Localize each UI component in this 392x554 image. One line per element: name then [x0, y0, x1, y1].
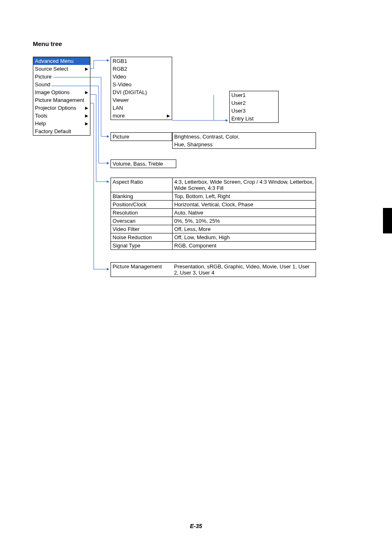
- menu-item-source-select[interactable]: Source Select ▶: [33, 65, 90, 73]
- menu-label: Source Select: [35, 66, 68, 72]
- source-item-lan[interactable]: LAN: [111, 104, 172, 112]
- source-item-dvi[interactable]: DVI (DIGITAL): [111, 88, 172, 96]
- option-values: Auto, Native: [173, 209, 316, 217]
- menu-item-image-options[interactable]: Image Options ▶: [33, 88, 90, 96]
- more-item-entry-list[interactable]: Entry List: [230, 115, 278, 122]
- option-name: Overscan: [111, 217, 173, 225]
- option-name: Aspect Ratio: [111, 178, 173, 192]
- picture-detail-line: Brightness, Contrast, Color,: [173, 133, 316, 141]
- option-values: Off, Less, More: [173, 225, 316, 233]
- menu-item-factory-default[interactable]: Factory Default: [33, 127, 90, 135]
- table-row: Position/Clock Horizontal, Vertical, Clo…: [111, 201, 316, 209]
- source-item-viewer[interactable]: Viewer: [111, 96, 172, 104]
- chevron-right-icon: ▶: [85, 67, 88, 71]
- item-label: S-Video: [113, 81, 131, 88]
- sound-box: Volume, Bass, Treble: [111, 159, 176, 168]
- picture-detail: Brightness, Contrast, Color, Hue, Sharpn…: [172, 132, 316, 149]
- menu-label: Image Options: [35, 89, 70, 95]
- menu-label: Picture Management: [35, 97, 84, 103]
- table-row: Video Filter Off, Less, More: [111, 225, 316, 233]
- picture-box: Picture: [111, 132, 172, 141]
- menu-label: Tools: [35, 113, 47, 119]
- more-list: User1 User2 User3 Entry List: [229, 91, 279, 123]
- menu-label: Picture: [35, 74, 51, 80]
- table-row: Resolution Auto, Native: [111, 209, 316, 217]
- menu-label: Sound: [35, 81, 51, 88]
- menu-item-picture-management[interactable]: Picture Management: [33, 96, 90, 104]
- table-row: Picture Management Presentation, sRGB, G…: [111, 263, 316, 277]
- option-values: 0%, 5%, 10%, 25%: [173, 217, 316, 225]
- chevron-right-icon: ▶: [167, 113, 170, 118]
- picture-detail-line: Hue, Sharpness: [173, 141, 316, 148]
- option-values: Off, Low, Medium, High: [173, 233, 316, 242]
- menu-item-projector-options[interactable]: Projector Options ▶: [33, 104, 90, 112]
- more-item-user3[interactable]: User3: [230, 107, 278, 115]
- item-label: DVI (DIGITAL): [113, 89, 147, 95]
- page-title: Menu tree: [33, 40, 62, 47]
- option-values: Horizontal, Vertical, Clock, Phase: [173, 201, 316, 209]
- table-row: Overscan 0%, 5%, 10%, 25%: [111, 217, 316, 225]
- chevron-right-icon: ▶: [85, 106, 88, 110]
- table-row: Noise Reduction Off, Low, Medium, High: [111, 233, 316, 242]
- table-row: Blanking Top, Bottom, Left, Right: [111, 192, 316, 201]
- menu-item-tools[interactable]: Tools ▶: [33, 112, 90, 120]
- menu-label: Projector Options: [35, 105, 76, 111]
- image-options-table: Aspect Ratio 4:3, Letterbox, Wide Screen…: [111, 178, 316, 250]
- item-label: Video: [113, 74, 126, 80]
- chevron-right-icon: ▶: [85, 113, 88, 118]
- source-item-video[interactable]: Video: [111, 73, 172, 81]
- advanced-menu-header: Advanced Menu: [33, 57, 90, 65]
- menu-item-picture[interactable]: Picture: [33, 73, 90, 81]
- advanced-menu: Advanced Menu Source Select ▶ Picture So…: [33, 57, 90, 136]
- table-row: Signal Type RGB, Component: [111, 242, 316, 250]
- option-name: Position/Clock: [111, 201, 173, 209]
- option-name: Noise Reduction: [111, 233, 173, 242]
- pm-values: Presentation, sRGB, Graphic, Video, Movi…: [173, 263, 316, 277]
- page-side-tab: [383, 208, 392, 233]
- menu-item-help[interactable]: Help ▶: [33, 120, 90, 127]
- item-label: more: [113, 113, 125, 119]
- menu-label: Factory Default: [35, 128, 71, 134]
- more-item-user2[interactable]: User2: [230, 99, 278, 107]
- menu-item-sound[interactable]: Sound: [33, 81, 90, 88]
- source-item-rgb2[interactable]: RGB2: [111, 65, 172, 73]
- menu-label: Help: [35, 120, 46, 127]
- more-item-user1[interactable]: User1: [230, 91, 278, 99]
- page-footer: E-35: [0, 523, 392, 529]
- source-item-more[interactable]: more ▶: [111, 112, 172, 120]
- option-values: Top, Bottom, Left, Right: [173, 192, 316, 201]
- source-item-svideo[interactable]: S-Video: [111, 81, 172, 88]
- item-label: Viewer: [113, 97, 129, 103]
- source-item-rgb1[interactable]: RGB1: [111, 57, 172, 65]
- option-values: 4:3, Letterbox, Wide Screen, Crop / 4:3 …: [173, 178, 316, 192]
- item-label: RGB1: [113, 58, 127, 64]
- chevron-right-icon: ▶: [85, 90, 88, 95]
- picture-management-box: Picture Management Presentation, sRGB, G…: [111, 262, 316, 277]
- pm-name: Picture Management: [111, 263, 173, 277]
- option-values: RGB, Component: [173, 242, 316, 250]
- option-name: Blanking: [111, 192, 173, 201]
- option-name: Signal Type: [111, 242, 173, 250]
- item-label: RGB2: [113, 66, 127, 72]
- table-row: Aspect Ratio 4:3, Letterbox, Wide Screen…: [111, 178, 316, 192]
- option-name: Video Filter: [111, 225, 173, 233]
- chevron-right-icon: ▶: [85, 121, 88, 126]
- option-name: Resolution: [111, 209, 173, 217]
- item-label: LAN: [113, 105, 123, 111]
- source-select-list: RGB1 RGB2 Video S-Video DVI (DIGITAL) Vi…: [111, 57, 172, 120]
